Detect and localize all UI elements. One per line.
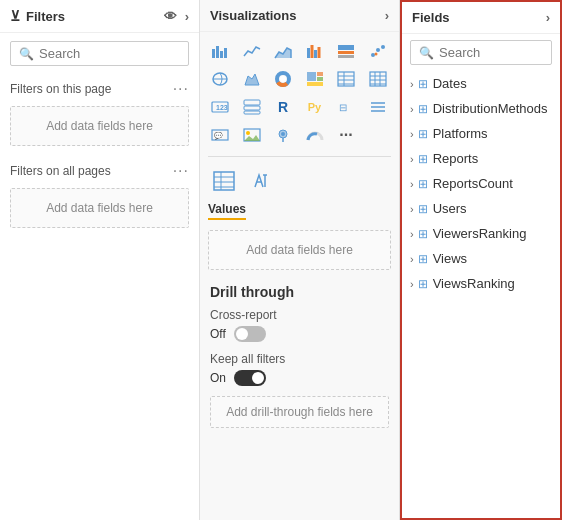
viz-icon-area[interactable] <box>269 38 297 64</box>
svg-rect-6 <box>314 50 317 58</box>
values-icon-row <box>208 167 391 195</box>
field-table-icon-reportscount: ⊞ <box>418 177 428 191</box>
fields-panel: Fields › 🔍 › ⊞ Dates › ⊞ DistributionMet… <box>400 0 562 520</box>
field-item-viewersranking[interactable]: › ⊞ ViewersRanking <box>402 221 560 246</box>
field-name-distribution: DistributionMethods <box>433 101 548 116</box>
filters-on-page-drop-zone[interactable]: Add data fields here <box>10 106 189 146</box>
filters-search-box[interactable]: 🔍 <box>10 41 189 66</box>
viz-icon-stacked-bar[interactable] <box>206 38 234 64</box>
viz-icon-map[interactable] <box>206 66 234 92</box>
filters-search-input[interactable] <box>39 46 180 61</box>
svg-rect-38 <box>244 106 260 110</box>
svg-rect-1 <box>216 46 219 58</box>
field-item-reports[interactable]: › ⊞ Reports <box>402 146 560 171</box>
viz-icon-python[interactable]: Py <box>301 94 329 120</box>
fields-search-box[interactable]: 🔍 <box>410 40 552 65</box>
viz-values-table-icon[interactable] <box>208 167 240 195</box>
svg-text:⊟: ⊟ <box>339 102 347 113</box>
field-name-viewersranking: ViewersRanking <box>433 226 527 241</box>
filters-all-pages-drop-zone[interactable]: Add data fields here <box>10 188 189 228</box>
svg-point-49 <box>281 132 285 136</box>
values-drop-zone[interactable]: Add data fields here <box>208 230 391 270</box>
svg-rect-20 <box>307 72 316 81</box>
svg-rect-9 <box>338 51 354 54</box>
field-item-platforms[interactable]: › ⊞ Platforms <box>402 121 560 146</box>
keep-filters-thumb <box>252 372 264 384</box>
values-label: Values <box>208 202 246 220</box>
field-name-users: Users <box>433 201 467 216</box>
svg-rect-2 <box>220 51 223 58</box>
viz-icon-clustered-bar[interactable] <box>301 38 329 64</box>
cross-report-thumb <box>236 328 248 340</box>
viz-icon-filled-map[interactable] <box>238 66 266 92</box>
viz-icon-bing-map[interactable] <box>269 122 297 148</box>
viz-icon-more[interactable]: ··· <box>332 122 360 148</box>
field-chevron-users: › <box>410 203 414 215</box>
viz-icon-kpi[interactable]: ⊟ <box>332 94 360 120</box>
cross-report-toggle-row: Off <box>210 326 389 342</box>
viz-divider <box>208 156 391 157</box>
viz-icon-100pct[interactable] <box>332 38 360 64</box>
drill-through-title: Drill through <box>210 284 389 300</box>
svg-point-19 <box>280 76 286 82</box>
svg-rect-3 <box>224 48 227 58</box>
field-item-dates[interactable]: › ⊞ Dates <box>402 71 560 96</box>
viz-icon-card[interactable]: 123 <box>206 94 234 120</box>
filters-all-pages-menu[interactable]: ··· <box>173 162 189 180</box>
field-name-platforms: Platforms <box>433 126 488 141</box>
viz-icon-scatter[interactable] <box>364 38 392 64</box>
viz-icon-grid: 123 R Py ⊟ 💬 ··· <box>200 32 399 152</box>
svg-rect-5 <box>310 45 313 58</box>
viz-chevron-icon[interactable]: › <box>385 8 389 23</box>
svg-rect-23 <box>307 82 323 86</box>
keep-filters-track <box>234 370 266 386</box>
svg-rect-10 <box>338 55 354 58</box>
values-section: Values Add data fields here <box>200 161 399 276</box>
field-item-views[interactable]: › ⊞ Views <box>402 246 560 271</box>
svg-point-13 <box>381 45 385 49</box>
viz-icon-line[interactable] <box>238 38 266 64</box>
viz-icon-textbox[interactable]: 💬 <box>206 122 234 148</box>
viz-icon-slicer[interactable] <box>364 94 392 120</box>
filters-on-page-menu[interactable]: ··· <box>173 80 189 98</box>
field-item-users[interactable]: › ⊞ Users <box>402 196 560 221</box>
viz-icon-treemap[interactable] <box>301 66 329 92</box>
field-item-reportscount[interactable]: › ⊞ ReportsCount <box>402 171 560 196</box>
cross-report-row: Cross-report Off <box>210 308 389 342</box>
svg-point-12 <box>376 48 380 52</box>
cross-report-track <box>234 326 266 342</box>
chevron-right-icon[interactable]: › <box>185 9 189 24</box>
viz-icon-multirow-card[interactable] <box>238 94 266 120</box>
field-chevron-platforms: › <box>410 128 414 140</box>
field-name-reports: Reports <box>433 151 479 166</box>
viz-icon-r-script[interactable]: R <box>269 94 297 120</box>
viz-header: Visualizations › <box>200 0 399 32</box>
field-chevron-viewersranking: › <box>410 228 414 240</box>
drill-drop-zone[interactable]: Add drill-through fields here <box>210 396 389 428</box>
fields-title: Fields <box>412 10 450 25</box>
svg-text:123: 123 <box>216 104 228 111</box>
field-name-reportscount: ReportsCount <box>433 176 513 191</box>
field-chevron-dates: › <box>410 78 414 90</box>
field-chevron-viewsranking: › <box>410 278 414 290</box>
field-table-icon-viewersranking: ⊞ <box>418 227 428 241</box>
svg-point-14 <box>374 53 377 56</box>
field-item-viewsranking[interactable]: › ⊞ ViewsRanking <box>402 271 560 296</box>
viz-title: Visualizations <box>210 8 296 23</box>
eye-icon[interactable]: 👁 <box>164 9 177 24</box>
viz-icon-donut[interactable] <box>269 66 297 92</box>
viz-values-format-icon[interactable] <box>246 167 278 195</box>
viz-icon-image[interactable] <box>238 122 266 148</box>
viz-icon-gauge[interactable] <box>301 122 329 148</box>
field-item-distribution[interactable]: › ⊞ DistributionMethods <box>402 96 560 121</box>
svg-rect-8 <box>338 45 354 50</box>
fields-chevron-icon[interactable]: › <box>546 10 550 25</box>
field-table-icon-users: ⊞ <box>418 202 428 216</box>
field-name-views: Views <box>433 251 467 266</box>
fields-search-input[interactable] <box>439 45 543 60</box>
svg-text:💬: 💬 <box>214 131 223 140</box>
cross-report-toggle[interactable] <box>234 326 266 342</box>
viz-icon-table[interactable] <box>332 66 360 92</box>
viz-icon-matrix[interactable] <box>364 66 392 92</box>
keep-filters-toggle[interactable] <box>234 370 266 386</box>
